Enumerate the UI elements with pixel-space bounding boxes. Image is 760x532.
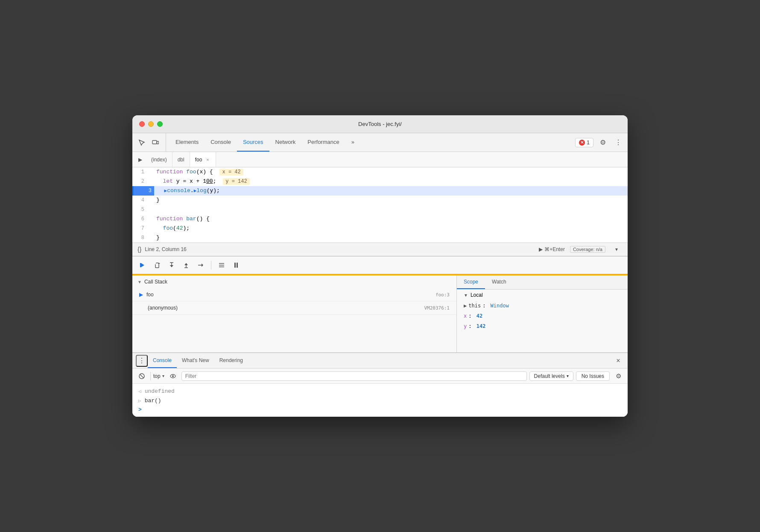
scope-item-y[interactable]: y : 142 (457, 321, 628, 331)
scope-item-x[interactable]: x : 42 (457, 311, 628, 321)
devtools-tabs-bar: Elements Console Sources Network Perform… (132, 133, 628, 152)
minimize-button[interactable] (148, 121, 154, 127)
error-badge[interactable]: ✕ 1 (575, 138, 593, 147)
console-context-selector[interactable]: top ▾ (153, 373, 164, 379)
traffic-lights (139, 121, 163, 127)
call-stack-title: Call Stack (144, 279, 167, 285)
deactivate-breakpoints-button[interactable] (216, 259, 228, 271)
status-bar-right: ▶ ⌘+Enter Coverage: n/a ▾ (539, 243, 623, 255)
close-button[interactable] (139, 121, 145, 127)
sources-panel-toggle[interactable]: ▶ (134, 154, 146, 166)
code-line-3: 3 ▶console.▶log(y); (132, 186, 628, 196)
window-title: DevTools - jec.fyi/ (358, 121, 402, 127)
svg-point-24 (172, 375, 174, 377)
console-tab-console[interactable]: Console (148, 353, 177, 368)
console-menu-icon[interactable]: ⋮ (136, 355, 148, 367)
console-filter-input[interactable] (181, 371, 527, 381)
line-num-area-2: 2 (132, 177, 153, 186)
code-line-4: 4 } (132, 196, 628, 205)
line-num-area-3: 3 (134, 186, 154, 196)
console-prompt: > (138, 406, 142, 413)
step-over-button[interactable] (151, 259, 163, 271)
settings-icon[interactable]: ⚙ (597, 137, 609, 149)
code-line-5: 5 (132, 205, 628, 214)
tab-console-devtools[interactable]: Console (205, 133, 237, 152)
svg-rect-19 (234, 263, 236, 268)
scope-panel: Scope Watch ▼ Local ▶ this : W (457, 275, 628, 352)
error-icon: ✕ (579, 140, 585, 146)
devtools-right-controls: ✕ 1 ⚙ ⋮ (575, 137, 624, 149)
line-num-area-6: 6 (132, 214, 153, 224)
line-num-area-5: 5 (132, 205, 153, 214)
code-line-6: 6 function bar() { (132, 214, 628, 224)
svg-marker-2 (141, 263, 144, 267)
source-tab-foo[interactable]: foo × (190, 152, 216, 167)
console-tab-rendering[interactable]: Rendering (214, 353, 248, 368)
tab-elements[interactable]: Elements (170, 133, 205, 152)
svg-marker-15 (202, 263, 203, 267)
devtools-tab-icons (136, 133, 166, 152)
svg-marker-4 (158, 263, 160, 264)
svg-rect-0 (152, 140, 157, 144)
code-line-8: 8 } (132, 233, 628, 243)
scope-item-this[interactable]: ▶ this : Window (457, 301, 628, 311)
code-editor[interactable]: 1 function foo(x) { x = 42 2 let y = x +… (132, 167, 628, 243)
device-toggle-icon[interactable] (149, 137, 161, 149)
step-button[interactable] (195, 259, 207, 271)
step-into-button[interactable] (166, 259, 178, 271)
call-stack-foo-location: foo:3 (436, 292, 450, 298)
step-out-button[interactable] (180, 259, 192, 271)
split-panel: ▼ Call Stack ▶ foo foo:3 (anonymous) VM2… (132, 275, 628, 352)
debugger-toolbar (132, 257, 628, 274)
cursor-position: Line 2, Column 16 (145, 246, 186, 252)
inspect-element-icon[interactable] (136, 137, 148, 149)
tab-performance[interactable]: Performance (301, 133, 345, 152)
source-tab-index[interactable]: (index) (146, 152, 172, 167)
call-stack-anonymous-label: (anonymous) (139, 305, 424, 311)
call-stack-item-foo[interactable]: ▶ foo foo:3 (132, 288, 456, 301)
console-clear-icon[interactable] (136, 370, 148, 382)
scope-local-header[interactable]: ▼ Local (457, 289, 628, 301)
tab-network[interactable]: Network (269, 133, 302, 152)
svg-marker-9 (170, 265, 173, 267)
console-eye-icon[interactable] (167, 370, 179, 382)
code-line-7: 7 foo(42); (132, 224, 628, 233)
debugger-panel: ▼ Call Stack ▶ foo foo:3 (anonymous) VM2… (132, 256, 628, 352)
line-num-area-1: 1 (132, 167, 153, 177)
no-issues-button[interactable]: No Issues (576, 371, 610, 381)
coverage-badge: Coverage: n/a (570, 246, 605, 253)
default-levels-button[interactable]: Default levels ▾ (529, 371, 573, 381)
svg-rect-1 (157, 141, 159, 144)
console-tab-whats-new[interactable]: What's New (177, 353, 214, 368)
maximize-button[interactable] (157, 121, 163, 127)
scope-tab-scope[interactable]: Scope (457, 275, 485, 289)
title-bar: DevTools - jec.fyi/ (132, 115, 628, 133)
console-output-bar: ▷ bar() (132, 396, 628, 405)
call-stack-active-arrow: ▶ (139, 292, 143, 298)
tab-sources[interactable]: Sources (237, 133, 269, 152)
pause-on-exceptions-button[interactable] (230, 259, 242, 271)
close-console-button[interactable]: × (612, 355, 624, 367)
call-stack-panel: ▼ Call Stack ▶ foo foo:3 (anonymous) VM2… (132, 275, 457, 352)
source-tabs-bar: ▶ (index) dbl foo × (132, 152, 628, 167)
console-section: ⋮ Console What's New Rendering × (132, 352, 628, 417)
call-stack-item-anonymous[interactable]: (anonymous) VM20376:1 (132, 301, 456, 315)
scope-local-arrow: ▼ (464, 293, 468, 298)
svg-line-22 (140, 374, 143, 378)
source-tab-foo-close[interactable]: × (205, 157, 210, 163)
call-stack-header[interactable]: ▼ Call Stack (132, 275, 456, 288)
source-tab-dbl[interactable]: dbl (172, 152, 190, 167)
console-settings-icon[interactable]: ⚙ (612, 370, 624, 382)
call-stack-chevron: ▼ (137, 280, 142, 284)
more-options-icon[interactable]: ⋮ (612, 137, 624, 149)
debug-val-x: x = 42 (219, 169, 243, 175)
format-button[interactable]: {} (137, 246, 141, 253)
tab-more[interactable]: » (345, 133, 360, 152)
run-button[interactable]: ▶ ⌘+Enter (539, 246, 565, 252)
coverage-settings-icon[interactable]: ▾ (611, 243, 623, 255)
scope-tab-watch[interactable]: Watch (485, 275, 513, 289)
resume-button[interactable] (137, 259, 149, 271)
line-num-area-8: 8 (132, 233, 153, 243)
console-input-line[interactable]: > (132, 405, 628, 414)
line-num-area-4: 4 (132, 196, 153, 205)
